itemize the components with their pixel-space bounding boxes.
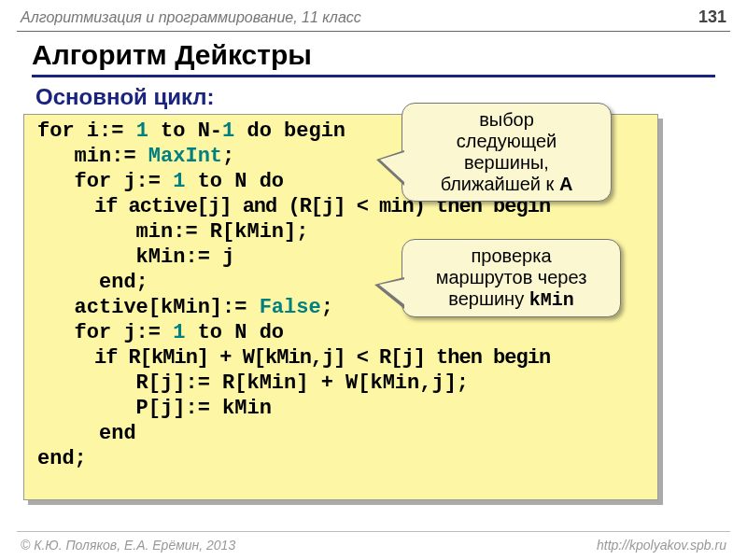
slide: Алгоритмизация и программирование, 11 кл… (0, 0, 747, 560)
footer-url: http://kpolyakov.spb.ru (597, 538, 726, 553)
code-line: kMin:= j (37, 245, 234, 269)
callout-tail (380, 152, 404, 182)
callout-vertex-select: выбор следующей вершины, ближайшей к A (402, 103, 612, 202)
code-line: min:= MaxInt; (37, 145, 234, 168)
callout-route-check: проверка маршрутов через вершину kMin (402, 239, 621, 317)
code-line: for i:= 1 to N-1 do begin (37, 119, 345, 143)
subtitle: Основной цикл: (35, 84, 215, 110)
code-line: R[j]:= R[kMin] + W[kMin,j]; (37, 371, 469, 395)
callout-tail (379, 279, 405, 305)
code-line: for j:= 1 to N do (37, 321, 284, 344)
code-line: if R[kMin] + W[kMin,j] < R[j] then begin (37, 346, 550, 370)
code-line: end (37, 422, 136, 445)
code-line: min:= R[kMin]; (37, 220, 308, 244)
page-number: 131 (698, 7, 726, 27)
code-line: active[kMin]:= False; (37, 296, 333, 319)
code-line: end; (37, 271, 148, 294)
code-line: P[j]:= kMin (37, 397, 272, 420)
footer-rule (17, 531, 730, 532)
footer-copyright: © К.Ю. Поляков, Е.А. Ерёмин, 2013 (21, 538, 235, 553)
chapter-label: Алгоритмизация и программирование, 11 кл… (21, 9, 361, 26)
code-line: end; (37, 447, 87, 470)
top-rule (17, 31, 730, 32)
code-line: for j:= 1 to N do (37, 170, 284, 193)
page-title: Алгоритм Дейкстры (32, 39, 715, 77)
